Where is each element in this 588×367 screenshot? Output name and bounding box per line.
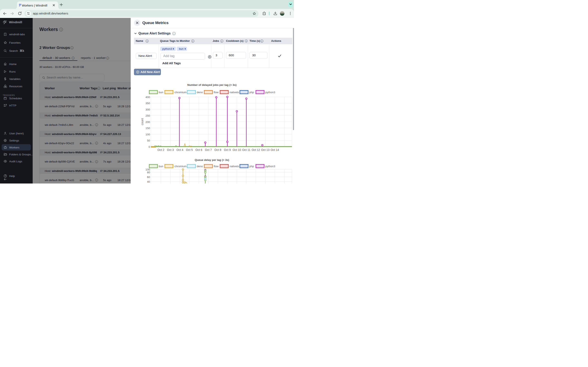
svg-text:Queue delay per tag (> 3s): Queue delay per tag (> 3s) bbox=[195, 158, 229, 161]
svg-text:php: php bbox=[249, 91, 254, 94]
svg-text:300: 300 bbox=[145, 108, 150, 111]
svg-text:deno: deno bbox=[197, 165, 203, 168]
svg-text:60: 60 bbox=[147, 175, 150, 179]
svg-text:Oct 10: Oct 10 bbox=[233, 148, 241, 151]
svg-text:Oct 12: Oct 12 bbox=[251, 148, 260, 151]
svg-text:deno: deno bbox=[197, 91, 203, 94]
svg-text:Oct 11: Oct 11 bbox=[242, 148, 250, 151]
svg-text:count: count bbox=[141, 118, 144, 125]
svg-text:350: 350 bbox=[145, 102, 150, 105]
svg-text:0: 0 bbox=[148, 145, 150, 149]
svg-text:150: 150 bbox=[145, 127, 150, 130]
svg-text:Oct 3: Oct 3 bbox=[167, 148, 174, 151]
svg-text:php: php bbox=[249, 165, 254, 168]
svg-text:400: 400 bbox=[145, 96, 150, 99]
svg-text:200: 200 bbox=[145, 120, 150, 124]
svg-text:Oct 6: Oct 6 bbox=[195, 148, 202, 151]
svg-text:python3: python3 bbox=[265, 91, 275, 94]
svg-text:Number of delayed jobs per tag: Number of delayed jobs per tag (> 3s) bbox=[187, 83, 236, 86]
svg-text:Oct 9: Oct 9 bbox=[224, 148, 231, 151]
svg-text:Oct 8: Oct 8 bbox=[214, 148, 221, 151]
svg-text:100: 100 bbox=[145, 168, 150, 171]
svg-text:flow: flow bbox=[214, 165, 219, 168]
svg-text:Oct 4: Oct 4 bbox=[176, 148, 183, 151]
svg-text:50: 50 bbox=[147, 139, 150, 142]
svg-text:python3: python3 bbox=[265, 165, 275, 168]
svg-text:bun: bun bbox=[159, 91, 163, 94]
svg-text:80: 80 bbox=[147, 171, 150, 174]
svg-text:Oct 7: Oct 7 bbox=[205, 148, 212, 151]
svg-text:100: 100 bbox=[145, 133, 150, 136]
svg-text:bun: bun bbox=[159, 165, 163, 168]
svg-text:250: 250 bbox=[145, 114, 150, 117]
svg-text:Oct 14: Oct 14 bbox=[270, 148, 279, 151]
svg-text:nativets: nativets bbox=[229, 91, 239, 94]
svg-text:nativets: nativets bbox=[229, 165, 239, 168]
svg-text:Oct 2: Oct 2 bbox=[157, 148, 164, 151]
svg-text:Oct 13: Oct 13 bbox=[261, 148, 269, 151]
svg-text:flow: flow bbox=[214, 91, 219, 94]
svg-text:chromium: chromium bbox=[174, 91, 186, 94]
svg-text:40: 40 bbox=[147, 180, 150, 183]
svg-text:Oct 5: Oct 5 bbox=[186, 148, 193, 151]
svg-text:chromium: chromium bbox=[174, 165, 186, 168]
